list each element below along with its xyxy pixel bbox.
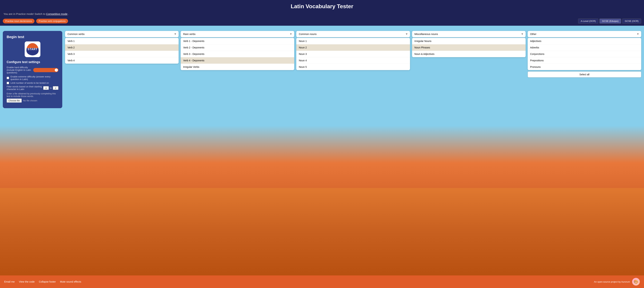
other-item-3[interactable]: Prepositions — [528, 57, 641, 64]
common-verbs-col: Common verbs Verb 1 Verb 2 Verb 3 Verb 4 — [65, 31, 178, 64]
common-nouns-label: Common nouns — [299, 33, 316, 35]
common-nouns-item-2[interactable]: Noun 3 — [296, 51, 410, 57]
misc-nouns-body: Irregular Nouns Noun Phrases Noun & Adje… — [412, 38, 526, 57]
rare-verbs-item-0[interactable]: Verb 1 - Deponents — [181, 38, 294, 44]
filter-from-input[interactable] — [43, 86, 49, 90]
filter-row: Filter words based on their starting cha… — [7, 85, 58, 90]
extreme-difficulty-checkbox[interactable] — [7, 77, 9, 79]
extreme-difficulty-label: Enable extreme difficulty (answer every … — [10, 75, 58, 81]
toggle-slider — [33, 68, 58, 72]
footer: Email me View the code Collapse footer M… — [0, 276, 644, 288]
limit-words-label: Limit number of words to be tested on — [10, 82, 49, 84]
gcse-eduqas-button[interactable]: GCSE (Eduqas) — [600, 18, 621, 23]
email-me-link[interactable]: Email me — [4, 280, 15, 283]
common-nouns-item-3[interactable]: Noun 4 — [296, 57, 410, 64]
page-title: Latin Vocabulary Tester — [0, 3, 644, 9]
practice-buttons: Practise noun declensions Practise verb … — [3, 19, 68, 23]
mute-sound-link[interactable]: Mute sound effects — [60, 280, 81, 283]
ground — [0, 188, 644, 276]
configure-title: Configure test settings — [7, 60, 58, 64]
common-verbs-label: Common verbs — [68, 33, 85, 35]
practise-verb-button[interactable]: Practise verb conjugations — [36, 19, 68, 23]
other-item-2[interactable]: Conjunctions — [528, 51, 641, 57]
start-icon-wrapper[interactable]: START — [25, 41, 40, 57]
filter-label: Filter words based on their starting cha… — [7, 85, 42, 90]
rare-verbs-body: Verb 1 - Deponents Verb 2 - Deponents Ve… — [181, 38, 294, 70]
common-verbs-header[interactable]: Common verbs — [65, 31, 178, 37]
misc-nouns-chevron — [522, 33, 523, 35]
content-overlay: Begin test START Configure test settings… — [0, 26, 644, 112]
rare-verbs-chevron — [290, 33, 292, 35]
rare-verbs-header[interactable]: Rare verbs — [181, 31, 294, 37]
common-nouns-body: Noun 1 Noun 2 Noun 3 Noun 4 Noun 5 — [296, 38, 410, 70]
common-verbs-item-0[interactable]: Verb 1 — [65, 38, 178, 44]
common-nouns-col: Common nouns Noun 1 Noun 2 Noun 3 Noun 4… — [296, 31, 410, 70]
misc-nouns-item-2[interactable]: Noun & Adjectives — [412, 51, 526, 57]
practise-noun-button[interactable]: Practise noun declensions — [3, 19, 34, 23]
other-header[interactable]: Other — [528, 31, 641, 37]
rare-verbs-item-3[interactable]: Verb 4 - Deponents — [181, 57, 294, 64]
alevel-ocr-button[interactable]: A-Level (OCR) — [578, 18, 598, 23]
rare-verbs-item-1[interactable]: Verb 2 - Deponents — [181, 44, 294, 51]
rare-verbs-item-4[interactable]: Irregular Verbs — [181, 64, 294, 70]
common-verbs-chevron — [174, 33, 176, 35]
header: Latin Vocabulary Tester — [0, 0, 644, 11]
columns-area: Common verbs Verb 1 Verb 2 Verb 3 Verb 4… — [65, 31, 641, 77]
rare-verbs-item-2[interactable]: Verb 3 - Deponents — [181, 51, 294, 57]
limit-words-checkbox[interactable] — [7, 82, 9, 84]
file-choose-row: Choose file No file chosen — [7, 99, 58, 103]
common-verbs-item-3[interactable]: Verb 4 — [65, 57, 178, 64]
limit-words-row: Limit number of words to be tested on — [7, 82, 58, 84]
common-nouns-item-4[interactable]: Noun 5 — [296, 64, 410, 70]
gcse-ocr-button[interactable]: GCSE (OCR) — [622, 18, 641, 23]
hard-difficulty-label: Enable hard difficulty (include English … — [7, 66, 32, 74]
misc-nouns-item-1[interactable]: Noun Phrases — [412, 44, 526, 51]
level-buttons: A-Level (OCR) GCSE (Eduqas) GCSE (OCR) — [578, 18, 641, 23]
avatar: 🎨 — [632, 278, 640, 286]
common-nouns-chevron — [406, 33, 408, 35]
other-body: Adjectives Adverbs Conjunctions Preposit… — [528, 38, 641, 70]
other-chevron — [637, 33, 639, 35]
misc-nouns-col: Miscellaneous nouns Irregular Nouns Noun… — [412, 31, 526, 57]
file-section: Enter a file obtained by previously comp… — [7, 92, 58, 103]
common-verbs-body: Verb 1 Verb 2 Verb 3 Verb 4 — [65, 38, 178, 64]
footer-links: Email me View the code Collapse footer M… — [4, 280, 81, 283]
mode-suffix: . — [68, 12, 69, 15]
mode-text: You are in Practice mode! Switch to — [4, 12, 46, 15]
start-text: START — [28, 48, 38, 51]
competitive-mode-link[interactable]: Competitive mode — [46, 12, 67, 15]
begin-test-title: Begin test — [7, 35, 58, 39]
select-all-button[interactable]: Select all — [528, 71, 641, 77]
begin-panel: Begin test START Configure test settings… — [3, 31, 62, 108]
other-item-0[interactable]: Adjectives — [528, 38, 641, 44]
rare-verbs-label: Rare verbs — [183, 33, 195, 35]
hard-difficulty-toggle[interactable] — [33, 68, 58, 72]
collapse-footer-link[interactable]: Collapse footer — [39, 280, 56, 283]
footer-right: An open-source project by Aurorum 🎨 — [594, 278, 640, 286]
other-item-1[interactable]: Adverbs — [528, 44, 641, 51]
common-nouns-header[interactable]: Common nouns — [296, 31, 410, 37]
rare-verbs-col: Rare verbs Verb 1 - Deponents Verb 2 - D… — [181, 31, 294, 70]
mode-banner: You are in Practice mode! Switch to Comp… — [0, 11, 644, 17]
other-col: Other Adjectives Adverbs Conjunctions Pr… — [528, 31, 641, 77]
topbar: Practise noun declensions Practise verb … — [0, 17, 644, 26]
misc-nouns-item-0[interactable]: Irregular Nouns — [412, 38, 526, 44]
filter-to-label: to — [50, 87, 52, 89]
main-area: Begin test START Configure test settings… — [0, 26, 644, 276]
no-file-text: No file chosen — [23, 99, 37, 102]
other-label: Other — [530, 33, 536, 35]
extreme-difficulty-row: Enable extreme difficulty (answer every … — [7, 75, 58, 81]
common-verbs-item-2[interactable]: Verb 3 — [65, 51, 178, 57]
other-item-4[interactable]: Pronouns — [528, 64, 641, 70]
choose-file-button[interactable]: Choose file — [7, 99, 22, 103]
common-nouns-item-0[interactable]: Noun 1 — [296, 38, 410, 44]
filter-to-input[interactable] — [53, 86, 58, 90]
misc-nouns-header[interactable]: Miscellaneous nouns — [412, 31, 526, 37]
view-code-link[interactable]: View the code — [19, 280, 35, 283]
misc-nouns-label: Miscellaneous nouns — [414, 33, 438, 35]
file-section-text: Enter a file obtained by previously comp… — [7, 92, 58, 97]
avatar-emoji: 🎨 — [634, 280, 638, 284]
common-nouns-item-1[interactable]: Noun 2 — [296, 44, 410, 51]
start-shield: START — [26, 43, 39, 55]
common-verbs-item-1[interactable]: Verb 2 — [65, 44, 178, 51]
